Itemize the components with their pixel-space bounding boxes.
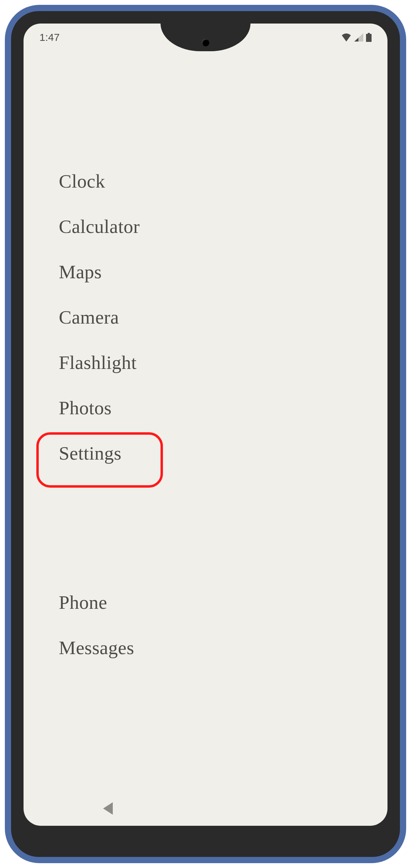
screen: 1:47	[24, 24, 387, 826]
app-list: ClockCalculatorMapsCameraFlashlightPhoto…	[51, 159, 360, 670]
back-button-icon[interactable]	[103, 802, 113, 815]
status-icons	[341, 33, 372, 42]
app-messages[interactable]: Messages	[51, 625, 360, 670]
cellular-signal-icon	[354, 33, 363, 42]
front-camera-icon	[202, 39, 209, 46]
device-bezel: 1:47	[11, 11, 400, 857]
svg-rect-0	[368, 33, 370, 34]
wifi-icon	[341, 33, 351, 42]
app-phone[interactable]: Phone	[51, 580, 360, 625]
app-camera[interactable]: Camera	[51, 295, 360, 340]
app-photos[interactable]: Photos	[51, 385, 360, 431]
app-flashlight[interactable]: Flashlight	[51, 340, 360, 385]
system-nav-bar	[24, 791, 387, 826]
app-clock[interactable]: Clock	[51, 159, 360, 204]
app-settings[interactable]: Settings	[51, 431, 360, 476]
battery-icon	[366, 33, 372, 42]
svg-rect-1	[366, 34, 372, 42]
device-frame-outer: 1:47	[5, 5, 406, 863]
app-maps[interactable]: Maps	[51, 249, 360, 295]
status-time: 1:47	[39, 31, 60, 43]
list-gap	[51, 476, 360, 580]
app-calculator[interactable]: Calculator	[51, 204, 360, 249]
